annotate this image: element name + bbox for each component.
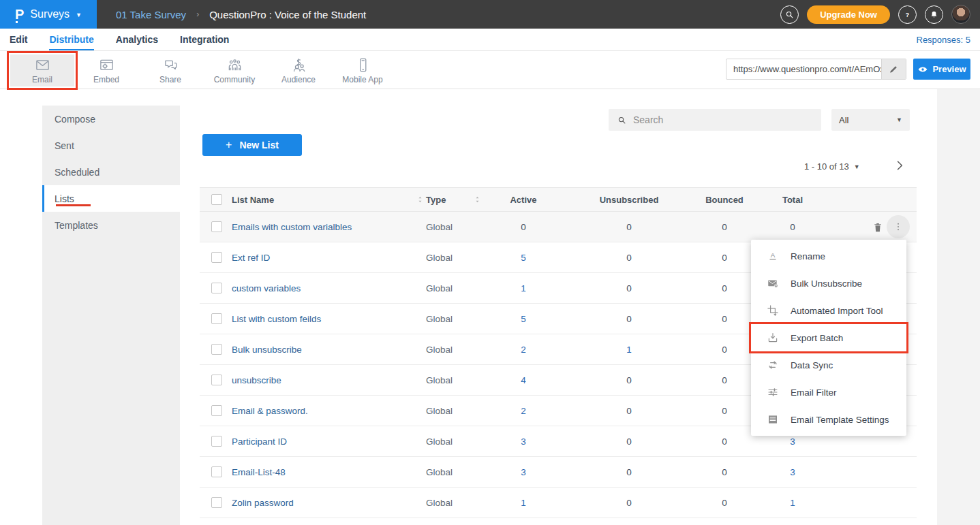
- preview-button[interactable]: Preview: [913, 59, 970, 80]
- audience-icon: [291, 57, 307, 73]
- active-count[interactable]: 4: [503, 375, 544, 385]
- next-page-button[interactable]: [893, 159, 906, 172]
- table-row[interactable]: Zolin passwordGlobal1001: [200, 488, 917, 518]
- sidebar-item-templates[interactable]: Templates: [42, 212, 180, 238]
- breadcrumb: 01 Take Survey › QuestionPro : Voice of …: [116, 9, 366, 20]
- sort-icon[interactable]: [416, 195, 425, 204]
- app: P Surveys ▼ 01 Take Survey › QuestionPro…: [0, 0, 980, 525]
- sidebar-item-lists[interactable]: Lists: [42, 185, 180, 212]
- row-checkbox[interactable]: [211, 313, 222, 324]
- plus-icon: +: [226, 139, 232, 151]
- row-checkbox[interactable]: [211, 252, 222, 263]
- sort-icon[interactable]: [473, 195, 482, 204]
- sidebar-item-compose[interactable]: Compose: [42, 106, 180, 132]
- channel-email[interactable]: Email: [10, 54, 74, 86]
- channel-list: EmailEmbedShareCommunityAudienceMobile A…: [10, 54, 395, 86]
- list-name-link[interactable]: Zolin password: [232, 498, 294, 508]
- column-header-bounced: Bounced: [697, 195, 752, 205]
- list-type: Global: [426, 253, 453, 263]
- list-name-link[interactable]: List with custom feilds: [232, 314, 321, 324]
- delete-list-button[interactable]: [872, 221, 884, 234]
- search-input[interactable]: [633, 114, 803, 125]
- edit-url-button[interactable]: [881, 59, 906, 79]
- help-button[interactable]: ?: [898, 5, 917, 24]
- menu-item-data-sync[interactable]: Data Sync: [751, 351, 906, 379]
- channel-embed[interactable]: Embed: [74, 54, 138, 86]
- channel-label: Email: [32, 75, 52, 84]
- new-list-button[interactable]: + New List: [202, 134, 302, 156]
- list-name-link[interactable]: Emails with custom varialbles: [232, 222, 352, 232]
- product-switcher[interactable]: P Surveys ▼: [0, 0, 97, 29]
- tab-analytics[interactable]: Analytics: [116, 34, 158, 45]
- list-name-link[interactable]: Email & password.: [232, 406, 308, 416]
- channel-label: Share: [159, 75, 181, 84]
- column-header-list-name[interactable]: List Name: [232, 195, 274, 205]
- menu-item-label: Email Filter: [791, 387, 837, 398]
- search-icon: [617, 115, 627, 125]
- table-header: List Name Type Active Unsubscribed Bounc…: [200, 187, 917, 212]
- sidebar-item-sent[interactable]: Sent: [42, 132, 180, 159]
- kebab-icon: [893, 221, 904, 232]
- column-header-type[interactable]: Type: [426, 195, 446, 205]
- list-name-link[interactable]: Email-List-48: [232, 467, 286, 477]
- embed-icon: [99, 57, 114, 73]
- list-name-link[interactable]: unsubscribe: [232, 375, 281, 385]
- list-filter-dropdown[interactable]: All ▼: [831, 109, 910, 131]
- list-name-link[interactable]: Bulk unsubscribe: [232, 345, 302, 355]
- row-checkbox[interactable]: [211, 436, 222, 447]
- menu-item-email-template-settings[interactable]: Email Template Settings: [751, 406, 906, 433]
- list-name-link[interactable]: Ext ref ID: [232, 253, 270, 263]
- search-button[interactable]: [780, 5, 799, 24]
- active-count[interactable]: 2: [503, 406, 544, 416]
- menu-item-bulk-unsubscribe[interactable]: Bulk Unsubscribe: [751, 270, 906, 297]
- survey-url-text[interactable]: https://www.questionpro.com/t/AEmOx2: [726, 64, 881, 74]
- row-checkbox[interactable]: [211, 283, 222, 293]
- channel-community[interactable]: Community: [202, 54, 266, 86]
- total-count[interactable]: 3: [776, 467, 810, 477]
- row-checkbox[interactable]: [211, 221, 222, 232]
- top-actions: Upgrade Now ?: [780, 5, 980, 24]
- menu-item-export-batch[interactable]: Export Batch: [751, 324, 906, 351]
- tab-distribute[interactable]: Distribute: [49, 34, 93, 45]
- unsubscribed-count[interactable]: 1: [592, 345, 667, 355]
- total-count[interactable]: 1: [776, 498, 810, 508]
- menu-item-automated-import-tool[interactable]: Automated Import Tool: [751, 297, 906, 324]
- select-all-checkbox[interactable]: [211, 194, 222, 205]
- channel-share[interactable]: Share: [138, 54, 202, 86]
- row-checkbox[interactable]: [211, 466, 222, 477]
- total-count[interactable]: 3: [776, 436, 810, 447]
- active-count[interactable]: 2: [503, 345, 544, 355]
- avatar[interactable]: [951, 5, 970, 24]
- channel-mobile-app[interactable]: Mobile App: [331, 54, 395, 86]
- active-count[interactable]: 5: [503, 314, 544, 324]
- table-row[interactable]: Email-List-48Global3003: [200, 457, 917, 488]
- export-batch-icon: [767, 332, 779, 344]
- rename-icon: A: [767, 250, 779, 262]
- notifications-button[interactable]: [925, 5, 943, 24]
- menu-item-rename[interactable]: ARename: [751, 242, 906, 270]
- active-count[interactable]: 5: [503, 253, 544, 263]
- tab-edit[interactable]: Edit: [10, 34, 27, 45]
- row-checkbox[interactable]: [211, 497, 222, 508]
- row-checkbox[interactable]: [211, 405, 222, 416]
- active-count[interactable]: 1: [503, 283, 544, 293]
- active-count[interactable]: 3: [503, 467, 544, 477]
- row-checkbox[interactable]: [211, 344, 222, 355]
- active-count[interactable]: 3: [503, 436, 544, 447]
- bounced-count: 0: [697, 406, 752, 416]
- breadcrumb-survey-link[interactable]: 01 Take Survey: [116, 9, 186, 20]
- upgrade-now-button[interactable]: Upgrade Now: [807, 5, 890, 24]
- product-label: Surveys: [30, 8, 70, 20]
- list-name-link[interactable]: Participant ID: [232, 436, 287, 447]
- menu-item-email-filter[interactable]: Email Filter: [751, 379, 906, 406]
- unsubscribed-count: 0: [592, 436, 667, 447]
- table-row[interactable]: Emails with custom varialblesGlobal0000: [200, 212, 917, 242]
- pagination-dropdown[interactable]: 1 - 10 of 13 ▼: [804, 161, 860, 172]
- row-checkbox[interactable]: [211, 375, 222, 385]
- tab-integration[interactable]: Integration: [180, 34, 229, 45]
- row-menu-button[interactable]: [887, 215, 910, 238]
- list-name-link[interactable]: custom variables: [232, 283, 301, 293]
- channel-audience[interactable]: Audience: [266, 54, 331, 86]
- active-count[interactable]: 1: [503, 498, 544, 508]
- sidebar-item-scheduled[interactable]: Scheduled: [42, 159, 180, 185]
